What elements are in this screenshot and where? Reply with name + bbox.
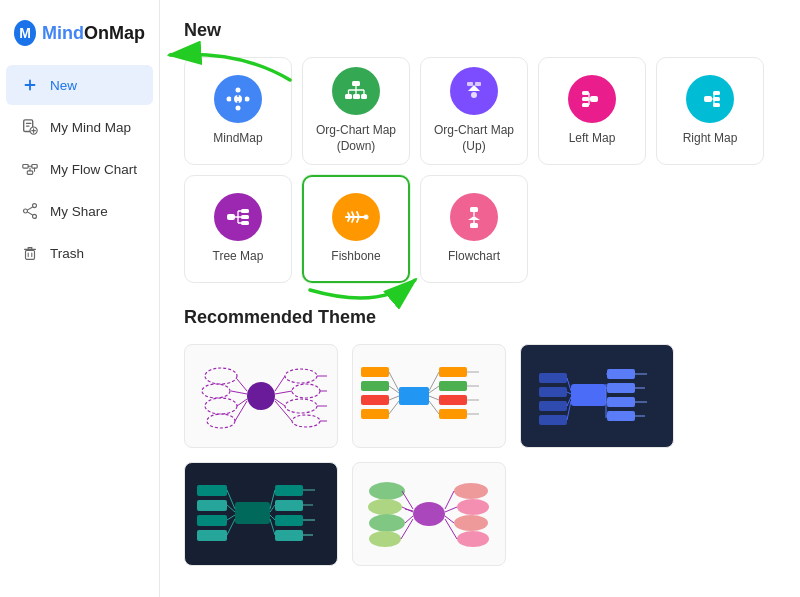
org-down-icon-circle [332, 67, 380, 115]
svg-line-111 [227, 515, 235, 520]
svg-rect-23 [475, 82, 481, 86]
svg-point-42 [202, 384, 230, 398]
sidebar-item-my-share-label: My Share [50, 204, 108, 219]
svg-rect-107 [197, 515, 227, 526]
svg-line-100 [567, 378, 571, 391]
svg-line-135 [402, 491, 413, 509]
svg-rect-33 [241, 209, 249, 213]
svg-rect-18 [345, 94, 352, 99]
svg-rect-83 [607, 369, 635, 379]
svg-line-139 [445, 491, 454, 509]
flow-icon [20, 159, 40, 179]
template-card-org-down[interactable]: Org-Chart Map(Down) [302, 57, 410, 165]
template-card-org-up[interactable]: Org-Chart Map (Up) [420, 57, 528, 165]
svg-line-53 [275, 376, 285, 391]
svg-point-36 [364, 215, 369, 220]
svg-point-47 [285, 399, 317, 413]
recommended-theme-title: Recommended Theme [184, 307, 776, 328]
svg-point-132 [454, 515, 488, 531]
share-icon [20, 201, 40, 221]
theme-card-5[interactable] [352, 462, 506, 566]
svg-point-129 [369, 531, 401, 547]
svg-rect-82 [571, 384, 606, 406]
svg-point-21 [471, 92, 477, 98]
theme-card-3[interactable] [520, 344, 674, 448]
svg-rect-113 [275, 485, 303, 496]
sidebar-item-trash[interactable]: Trash [6, 233, 153, 273]
logo-icon: M [14, 20, 36, 46]
svg-point-14 [236, 106, 241, 111]
svg-line-73 [389, 401, 399, 414]
svg-point-46 [292, 384, 320, 398]
svg-rect-28 [704, 96, 712, 102]
theme3-preview [527, 351, 667, 441]
svg-rect-61 [399, 387, 429, 405]
sidebar-item-new[interactable]: New [6, 65, 153, 105]
theme-card-1[interactable] [184, 344, 338, 448]
logo-text: MindOnMap [42, 23, 145, 44]
mindmap-label: MindMap [213, 131, 262, 147]
svg-point-8 [24, 209, 28, 213]
svg-line-50 [231, 391, 247, 394]
svg-line-51 [237, 399, 247, 406]
svg-rect-20 [361, 94, 367, 99]
trash-icon [20, 243, 40, 263]
svg-rect-86 [607, 411, 635, 421]
org-up-icon-circle [450, 67, 498, 115]
template-card-left-map[interactable]: Left Map [538, 57, 646, 165]
svg-point-133 [457, 531, 489, 547]
template-card-tree-map[interactable]: Tree Map [184, 175, 292, 283]
svg-point-43 [205, 398, 237, 414]
sidebar-item-my-mind-map[interactable]: My Mind Map [6, 107, 153, 147]
svg-rect-66 [439, 367, 467, 377]
svg-line-101 [567, 392, 571, 394]
template-card-fishbone[interactable]: Fishbone [302, 175, 410, 283]
svg-line-72 [389, 396, 399, 400]
theme-card-4[interactable] [184, 462, 338, 566]
org-up-label: Org-Chart Map (Up) [421, 123, 527, 154]
logo: M MindOnMap [0, 10, 159, 64]
svg-rect-65 [361, 409, 389, 419]
sidebar-item-my-mind-map-label: My Mind Map [50, 120, 131, 135]
svg-point-40 [247, 382, 275, 410]
right-map-icon-circle [686, 75, 734, 123]
svg-line-76 [429, 396, 439, 400]
svg-point-44 [207, 414, 235, 428]
svg-point-128 [369, 514, 405, 532]
svg-line-119 [270, 515, 275, 520]
svg-rect-9 [26, 250, 35, 259]
svg-point-41 [205, 368, 237, 384]
svg-point-125 [413, 502, 445, 526]
svg-rect-39 [470, 223, 478, 228]
main-content: New MindMap [160, 0, 800, 597]
svg-rect-62 [361, 367, 389, 377]
sidebar-item-my-share[interactable]: My Share [6, 191, 153, 231]
svg-line-112 [227, 519, 235, 535]
svg-line-71 [389, 386, 399, 393]
template-card-right-map[interactable]: Right Map [656, 57, 764, 165]
svg-marker-38 [468, 216, 480, 220]
svg-rect-17 [352, 81, 360, 86]
svg-point-16 [245, 97, 250, 102]
svg-point-131 [457, 499, 489, 515]
svg-line-70 [389, 372, 399, 391]
new-section-title: New [184, 20, 776, 41]
svg-rect-3 [23, 165, 28, 169]
template-card-mindmap[interactable]: MindMap [184, 57, 292, 165]
svg-point-13 [236, 88, 241, 93]
svg-rect-99 [539, 415, 567, 425]
svg-line-140 [445, 507, 457, 512]
svg-rect-68 [439, 395, 467, 405]
mindmap-icon-circle [214, 75, 262, 123]
svg-rect-32 [227, 214, 235, 220]
theme-card-2[interactable] [352, 344, 506, 448]
theme5-preview [359, 469, 499, 559]
svg-rect-98 [539, 401, 567, 411]
sidebar-item-my-flow-chart[interactable]: My Flow Chart [6, 149, 153, 189]
template-card-flowchart[interactable]: Flowchart [420, 175, 528, 283]
svg-line-54 [275, 391, 292, 394]
svg-line-74 [429, 372, 439, 391]
svg-rect-97 [539, 387, 567, 397]
flowchart-icon-circle [450, 193, 498, 241]
svg-line-75 [429, 386, 439, 393]
